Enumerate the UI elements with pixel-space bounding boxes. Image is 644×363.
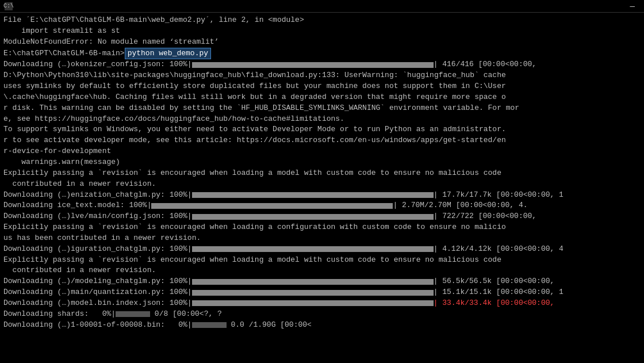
terminal-line: Explicitly passing a `revision` is encou… — [3, 168, 641, 179]
progress-label: Downloading shards: 0%| — [3, 309, 116, 320]
progress-bar — [192, 322, 227, 328]
progress-line-red: Downloading (…)model.bin.index.json: 100… — [3, 298, 641, 309]
progress-bar — [151, 203, 393, 209]
progress-bar — [116, 311, 150, 317]
terminal-line: r disk. This warning can be disabled by … — [3, 103, 641, 114]
progress-suffix-red: | 33.4k/33.4k [00:00<00:00, — [434, 298, 555, 309]
terminal-line: To support symlinks on Windows, you eith… — [3, 124, 641, 135]
progress-bar — [192, 192, 434, 198]
window-controls[interactable]: — — [630, 2, 639, 11]
progress-suffix: | 416/416 [00:00<00:00, — [434, 59, 536, 70]
terminal-line: D:\Python\Python310\lib\site-packages\hu… — [3, 70, 641, 81]
progress-label: Downloading ice_text.model: 100%| — [3, 200, 151, 211]
progress-fill — [192, 290, 434, 296]
progress-suffix: | 722/722 [00:00<00:00, — [434, 211, 536, 222]
progress-line: Downloading (…)enization_chatglm.py: 100… — [3, 190, 641, 201]
progress-bar — [192, 246, 434, 252]
progress-line: Downloading (…)main/quantization.py: 100… — [3, 287, 641, 298]
terminal-line: File ´E:\chatGPT\ChatGLM-6B-main\web_dem… — [3, 15, 641, 26]
progress-label: Downloading (…)model.bin.index.json: 100… — [3, 298, 192, 309]
progress-fill — [192, 214, 434, 220]
terminal-line: warnings.warn(message) — [3, 157, 641, 168]
progress-suffix: | 2.70M/2.70M [00:00<00:00, 4. — [393, 200, 527, 211]
progress-fill — [192, 300, 434, 306]
terminal-line: us has been contributed in a newer revis… — [3, 233, 641, 244]
progress-label: Downloading (…)enization_chatglm.py: 100… — [3, 190, 192, 201]
title-bar: C:\ — — [0, 0, 644, 13]
progress-label: Downloading (…)iguration_chatglm.py: 100… — [3, 244, 192, 255]
terminal-line: r to see activate developer mode, see th… — [3, 135, 641, 146]
progress-line-small: Downloading shards: 0%| 0/8 [00:00<?, ? — [3, 309, 641, 320]
progress-line: Downloading (…)iguration_chatglm.py: 100… — [3, 244, 641, 255]
terminal-line: contributed in a newer revision. — [3, 265, 641, 276]
terminal-line: e, see https://huggingface.co/docs/huggi… — [3, 114, 641, 125]
cmd-icon: C:\ — [5, 2, 13, 10]
progress-bar — [192, 290, 434, 296]
progress-label: Downloading (…)okenizer_config.json: 100… — [3, 59, 192, 70]
progress-suffix: 0/8 [00:00<?, ? — [150, 309, 222, 320]
progress-line-small: Downloading (…)1-00001-of-00008.bin: 0%|… — [3, 320, 641, 331]
progress-suffix: | 56.5k/56.5k [00:00<00:00, — [434, 276, 555, 287]
progress-line: Downloading (…)okenizer_config.json: 100… — [3, 59, 641, 70]
progress-bar — [192, 62, 434, 68]
progress-bar — [192, 279, 434, 285]
terminal-line: \.cache\huggingface\hub. Caching files w… — [3, 92, 641, 103]
command-line: E:\chatGPT\ChatGLM-6B-main>python web_de… — [3, 48, 641, 60]
terminal-line: r-device-for-development — [3, 146, 641, 157]
progress-fill — [192, 62, 434, 68]
progress-suffix: | 4.12k/4.12k [00:00<00:00, 4 — [434, 244, 564, 255]
progress-label: Downloading (…)1-00001-of-00008.bin: 0%| — [3, 320, 192, 331]
terminal-line: uses symlinks by default to efficiently … — [3, 81, 641, 92]
progress-fill — [192, 246, 434, 252]
terminal-line: Explicitly passing a `revision` is encou… — [3, 222, 641, 233]
title-bar-left: C:\ — [5, 2, 16, 10]
progress-fill — [192, 192, 434, 198]
progress-suffix: | 15.1k/15.1k [00:00<00:00, 1 — [434, 287, 564, 298]
minimize-button[interactable]: — — [630, 2, 639, 11]
progress-line: Downloading (…)lve/main/config.json: 100… — [3, 211, 641, 222]
progress-bar — [192, 300, 434, 306]
terminal-line: import streamlit as st — [3, 26, 641, 37]
progress-label: Downloading (…)main/quantization.py: 100… — [3, 287, 192, 298]
progress-suffix: 0.0 /1.90G [00:00< — [227, 320, 312, 331]
terminal-content: File ´E:\chatGPT\ChatGLM-6B-main\web_dem… — [0, 13, 644, 363]
progress-line: Downloading ice_text.model: 100%|| 2.70M… — [3, 200, 641, 211]
progress-line: Downloading (…)/modeling_chatglm.py: 100… — [3, 276, 641, 287]
command-text: python web_demo.py — [125, 48, 211, 60]
terminal-line: contributed in a newer revision. — [3, 179, 641, 190]
terminal-line: ModuleNotFoundError: No module named ‘st… — [3, 37, 641, 48]
command-prefix: E:\chatGPT\ChatGLM-6B-main> — [3, 49, 125, 58]
terminal-line: Explicitly passing a `revision` is encou… — [3, 255, 641, 266]
progress-label: Downloading (…)/modeling_chatglm.py: 100… — [3, 276, 192, 287]
progress-bar — [192, 214, 434, 220]
progress-suffix: | 17.7k/17.7k [00:00<00:00, 1 — [434, 190, 564, 201]
progress-fill — [192, 279, 434, 285]
progress-fill — [151, 203, 393, 209]
progress-label: Downloading (…)lve/main/config.json: 100… — [3, 211, 192, 222]
